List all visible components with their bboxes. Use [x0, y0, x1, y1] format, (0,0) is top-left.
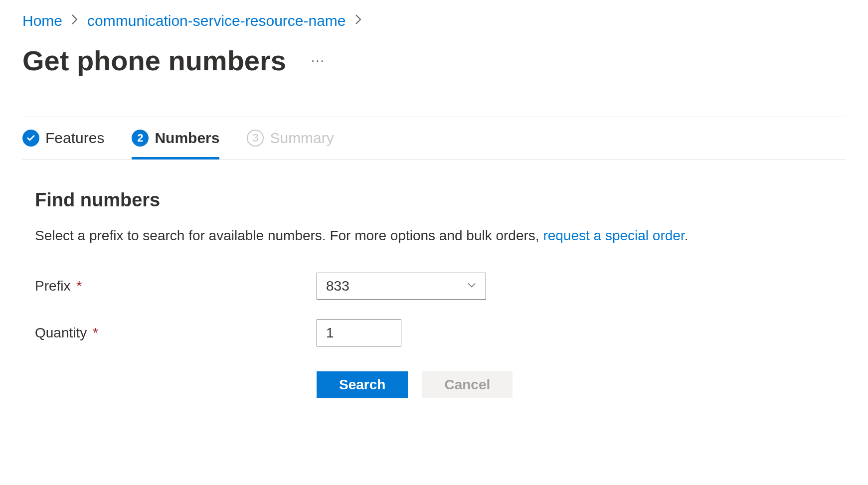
prefix-row: Prefix * — [35, 273, 833, 300]
quantity-label: Quantity * — [35, 325, 317, 341]
tab-summary[interactable]: 3 Summary — [247, 117, 334, 159]
more-icon[interactable]: ··· — [311, 53, 325, 68]
desc-text: Select a prefix to search for available … — [35, 228, 543, 243]
tab-label: Numbers — [155, 130, 219, 147]
prefix-select-wrapper — [317, 273, 486, 300]
required-indicator: * — [76, 278, 82, 294]
quantity-input[interactable] — [317, 320, 401, 346]
special-order-link[interactable]: request a special order — [543, 228, 684, 243]
prefix-label-text: Prefix — [35, 278, 71, 294]
section-description: Select a prefix to search for available … — [35, 226, 833, 245]
quantity-row: Quantity * — [35, 320, 833, 346]
desc-suffix: . — [685, 228, 689, 243]
cancel-button[interactable]: Cancel — [422, 371, 513, 398]
step-number-icon: 2 — [132, 130, 149, 147]
wizard-tabs: Features 2 Numbers 3 Summary — [22, 117, 846, 160]
tab-features[interactable]: Features — [22, 117, 104, 159]
chevron-right-icon — [71, 14, 78, 28]
quantity-label-text: Quantity — [35, 325, 87, 340]
breadcrumb-home[interactable]: Home — [22, 12, 62, 29]
chevron-right-icon — [355, 14, 362, 28]
breadcrumb-resource[interactable]: communication-service-resource-name — [87, 12, 346, 29]
required-indicator: * — [93, 325, 98, 340]
prefix-label: Prefix * — [35, 278, 317, 294]
section-title: Find numbers — [35, 189, 833, 211]
prefix-select[interactable] — [317, 273, 486, 300]
content-area: Find numbers Select a prefix to search f… — [22, 160, 846, 398]
search-button[interactable]: Search — [317, 371, 408, 398]
tab-label: Features — [45, 130, 104, 147]
breadcrumb: Home communication-service-resource-name — [22, 0, 846, 29]
page-title: Get phone numbers — [22, 44, 286, 77]
step-number-icon: 3 — [247, 130, 264, 147]
check-icon — [22, 130, 39, 147]
tab-label: Summary — [270, 130, 334, 147]
tab-numbers[interactable]: 2 Numbers — [132, 117, 219, 159]
button-row: Search Cancel — [317, 371, 833, 398]
page-header: Get phone numbers ··· — [22, 44, 846, 77]
